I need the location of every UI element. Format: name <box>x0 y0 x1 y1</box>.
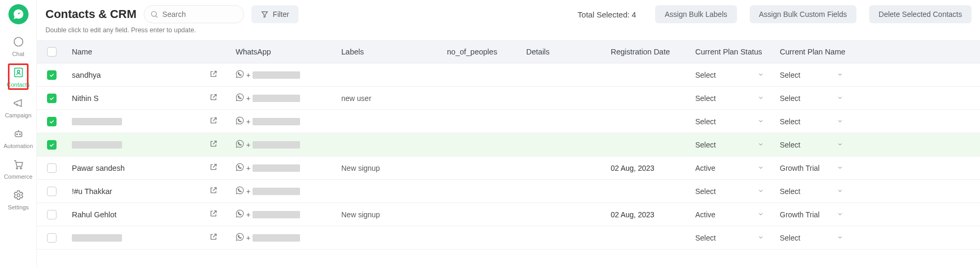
col-plan-name[interactable]: Current Plan Name <box>774 41 854 63</box>
plan-name-select[interactable]: Select <box>780 71 848 79</box>
peoples-cell[interactable] <box>442 156 521 179</box>
whatsapp-icon <box>236 163 244 173</box>
reg-date-cell[interactable]: 02 Aug, 2023 <box>611 210 655 219</box>
peoples-cell[interactable] <box>442 203 521 226</box>
details-cell[interactable] <box>521 180 605 202</box>
labels-cell[interactable]: new user <box>341 94 371 103</box>
row-checkbox[interactable] <box>47 70 57 80</box>
delete-contacts-button[interactable]: Delete Selected Contacts <box>869 5 972 23</box>
open-contact-icon[interactable] <box>209 186 218 196</box>
plan-name-select[interactable]: Select <box>780 94 848 103</box>
svg-point-8 <box>17 194 20 197</box>
row-checkbox[interactable] <box>47 117 57 126</box>
col-whatsapp[interactable]: WhatsApp <box>230 41 336 63</box>
sidebar-item-contacts[interactable]: Contacts <box>4 61 33 92</box>
app-logo <box>8 4 29 24</box>
contact-name[interactable]: Nithin S <box>72 94 99 103</box>
plan-name-select[interactable]: Select <box>780 187 848 196</box>
plan-name-select[interactable]: Growth Trial <box>780 164 848 172</box>
sidebar-item-label: Commerce <box>4 173 33 180</box>
sidebar-item-label: Settings <box>8 204 29 210</box>
details-cell[interactable] <box>521 226 605 249</box>
plan-status-select[interactable]: Select <box>695 141 769 149</box>
table-row: sandhya+SelectSelect <box>37 63 980 87</box>
row-checkbox[interactable] <box>47 94 57 103</box>
peoples-cell[interactable] <box>442 87 521 109</box>
chevron-down-icon <box>758 210 764 219</box>
peoples-cell[interactable] <box>442 133 521 156</box>
table-row: +SelectSelect <box>37 110 980 133</box>
page-title: Contacts & CRM <box>45 7 136 21</box>
plan-status-select[interactable]: Select <box>695 71 769 79</box>
svg-line-10 <box>156 16 157 17</box>
chevron-down-icon <box>837 187 843 196</box>
sidebar-item-label: Campaign <box>5 112 31 118</box>
search-icon <box>150 10 158 19</box>
open-contact-icon[interactable] <box>209 233 218 243</box>
details-cell[interactable] <box>521 87 605 109</box>
phone-redacted <box>253 234 300 242</box>
main-area: Contacts & CRM Filter Total Selected: 4 … <box>37 0 980 267</box>
plan-name-select[interactable]: Growth Trial <box>780 210 848 219</box>
reg-date-cell[interactable]: 02 Aug, 2023 <box>611 164 655 172</box>
plan-status-select[interactable]: Select <box>695 187 769 196</box>
assign-bulk-custom-fields-button[interactable]: Assign Bulk Custom Fields <box>750 5 857 23</box>
plan-status-select[interactable]: Select <box>695 234 769 242</box>
contact-name[interactable]: Rahul Gehlot <box>72 210 117 219</box>
col-labels[interactable]: Labels <box>336 41 442 63</box>
plan-status-select[interactable]: Select <box>695 117 769 126</box>
sidebar-item-campaign[interactable]: Campaign <box>4 92 33 123</box>
open-contact-icon[interactable] <box>209 163 218 173</box>
plan-status-select[interactable]: Active <box>695 210 769 219</box>
contact-name[interactable]: sandhya <box>72 71 101 79</box>
search-input[interactable] <box>144 5 244 23</box>
plan-name-select[interactable]: Select <box>780 234 848 242</box>
col-name[interactable]: Name <box>67 41 230 63</box>
assign-bulk-labels-button[interactable]: Assign Bulk Labels <box>655 5 736 23</box>
peoples-cell[interactable] <box>442 110 521 133</box>
table-row: +SelectSelect <box>37 133 980 156</box>
peoples-cell[interactable] <box>442 226 521 249</box>
peoples-cell[interactable] <box>442 180 521 202</box>
labels-cell[interactable]: New signup <box>341 164 380 172</box>
peoples-cell[interactable] <box>442 63 521 86</box>
sidebar-item-chat[interactable]: Chat <box>4 31 33 61</box>
phone-redacted <box>253 188 300 195</box>
open-contact-icon[interactable] <box>209 140 218 150</box>
plan-name-select[interactable]: Select <box>780 117 848 126</box>
row-checkbox[interactable] <box>47 187 57 196</box>
col-details[interactable]: Details <box>521 41 605 63</box>
details-cell[interactable] <box>521 110 605 133</box>
chevron-down-icon <box>758 141 764 149</box>
row-checkbox[interactable] <box>47 163 57 173</box>
open-contact-icon[interactable] <box>209 116 218 126</box>
open-contact-icon[interactable] <box>209 93 218 103</box>
open-contact-icon[interactable] <box>209 70 218 80</box>
row-checkbox[interactable] <box>47 233 57 243</box>
sidebar-item-settings[interactable]: Settings <box>4 184 33 215</box>
contact-name[interactable]: Pawar sandesh <box>72 164 125 172</box>
plan-name-select[interactable]: Select <box>780 141 848 149</box>
chevron-down-icon <box>758 164 764 172</box>
details-cell[interactable] <box>521 156 605 179</box>
sidebar-item-commerce[interactable]: Commerce <box>4 153 33 184</box>
contact-name[interactable]: !#u Thakkar <box>72 187 112 196</box>
filter-button[interactable]: Filter <box>251 5 298 23</box>
details-cell[interactable] <box>521 63 605 86</box>
sidebar-item-automation[interactable]: Automation <box>4 123 33 153</box>
details-cell[interactable] <box>521 203 605 226</box>
col-plan-status[interactable]: Current Plan Status <box>690 41 774 63</box>
open-contact-icon[interactable] <box>209 209 218 219</box>
col-peoples[interactable]: no_of_peoples <box>442 41 521 63</box>
col-reg-date[interactable]: Registration Date <box>605 41 690 63</box>
select-all-checkbox[interactable] <box>47 47 57 57</box>
plan-status-select[interactable]: Select <box>695 94 769 103</box>
details-cell[interactable] <box>521 133 605 156</box>
chevron-down-icon <box>758 234 764 242</box>
row-checkbox[interactable] <box>47 140 57 150</box>
sidebar: ChatContactsCampaignAutomationCommerceSe… <box>0 0 37 267</box>
row-checkbox[interactable] <box>47 210 57 219</box>
labels-cell[interactable]: New signup <box>341 210 380 219</box>
settings-icon <box>13 189 24 202</box>
plan-status-select[interactable]: Active <box>695 164 769 172</box>
